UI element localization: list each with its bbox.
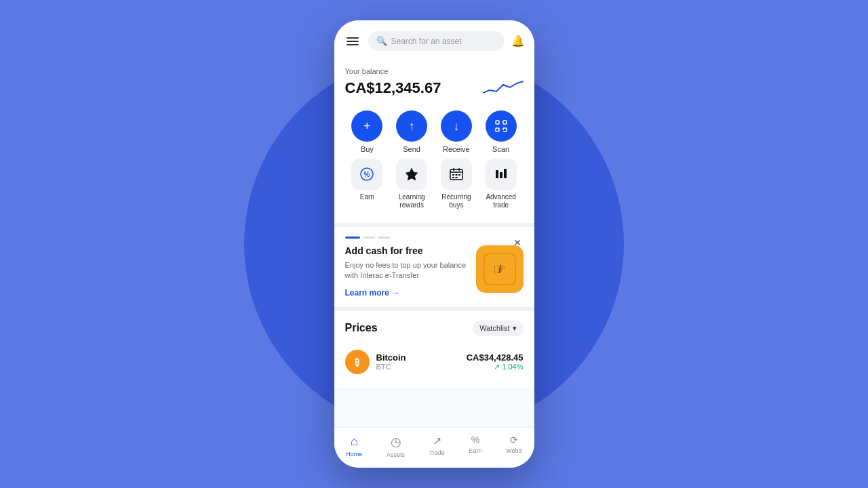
earn-nav-label: Earn xyxy=(469,447,482,454)
bitcoin-info: Bitcoin BTC xyxy=(376,352,460,371)
promo-title: Add cash for free xyxy=(345,245,469,256)
home-icon: ⌂ xyxy=(351,434,358,449)
balance-amount: CA$12,345.67 xyxy=(345,79,441,97)
send-action[interactable]: ↑ Send xyxy=(391,110,432,153)
actions-row-2: % Earn Learning rewards xyxy=(345,159,524,209)
bitcoin-row[interactable]: ₿ Bitcoin BTC CA$34,428.45 ↗ 1.04% xyxy=(345,346,524,378)
promo-pagination xyxy=(345,237,524,239)
nav-earn[interactable]: % Earn xyxy=(464,433,488,460)
menu-button[interactable] xyxy=(344,35,361,48)
interac-logo: i ☞ xyxy=(476,245,524,293)
nav-home[interactable]: ⌂ Home xyxy=(340,433,368,460)
trade-icon: ↗ xyxy=(433,434,441,447)
svg-rect-19 xyxy=(496,170,498,178)
phone-frame: 🔍 Search for an asset 🔔 Your balance CA$… xyxy=(334,20,534,468)
promo-description: Enjoy no fees to top up your balance wit… xyxy=(345,260,469,281)
receive-icon: ↓ xyxy=(441,110,472,142)
bitcoin-icon: ₿ xyxy=(345,350,370,374)
balance-section: Your balance CA$12,345.67 xyxy=(334,58,534,105)
app-header: 🔍 Search for an asset 🔔 xyxy=(334,20,534,58)
web3-label: Web3 xyxy=(506,447,521,454)
interac-inner: i ☞ xyxy=(484,253,516,285)
bitcoin-change: ↗ 1.04% xyxy=(467,363,524,371)
bitcoin-name: Bitcoin xyxy=(376,352,460,363)
advanced-trade-action[interactable]: Advanced trade xyxy=(481,159,521,209)
buy-label: Buy xyxy=(361,145,374,153)
advanced-trade-label: Advanced trade xyxy=(481,193,521,209)
learning-rewards-icon xyxy=(396,159,427,190)
bottom-navigation: ⌂ Home ◷ Assets ↗ Trade % Earn ⟳ Web3 xyxy=(334,427,534,468)
promo-learn-more-link[interactable]: Learn more → xyxy=(345,288,469,298)
svg-rect-21 xyxy=(504,169,507,178)
prices-header: Prices Watchlist ▾ xyxy=(345,321,524,336)
bitcoin-ticker: BTC xyxy=(376,363,460,371)
promo-link-text: Learn more xyxy=(345,288,389,298)
scan-action[interactable]: Scan xyxy=(481,110,521,153)
notifications-button[interactable]: 🔔 xyxy=(511,35,525,47)
earn-nav-icon: % xyxy=(471,434,479,445)
send-icon: ↑ xyxy=(396,110,427,142)
svg-rect-14 xyxy=(452,174,454,176)
bitcoin-price: CA$34,428.45 xyxy=(467,352,524,363)
promo-dot-2 xyxy=(363,237,375,239)
trade-label: Trade xyxy=(429,449,445,456)
svg-rect-18 xyxy=(455,177,457,178)
nav-assets[interactable]: ◷ Assets xyxy=(381,433,410,460)
assets-icon: ◷ xyxy=(391,434,401,449)
svg-text:%: % xyxy=(364,171,370,178)
scan-icon xyxy=(486,110,517,142)
send-label: Send xyxy=(403,145,420,153)
bitcoin-price-col: CA$34,428.45 ↗ 1.04% xyxy=(467,352,524,371)
learning-rewards-label: Learning rewards xyxy=(391,193,432,209)
promo-content: Add cash for free Enjoy no fees to top u… xyxy=(345,245,524,298)
receive-label: Receive xyxy=(443,145,470,153)
promo-text: Add cash for free Enjoy no fees to top u… xyxy=(345,245,469,298)
watchlist-chevron-icon: ▾ xyxy=(513,324,517,333)
balance-row: CA$12,345.67 xyxy=(345,78,524,98)
buy-icon: + xyxy=(351,110,382,142)
actions-row-1: + Buy ↑ Send ↓ Receive xyxy=(345,110,524,153)
search-placeholder: Search for an asset xyxy=(391,37,462,46)
assets-label: Assets xyxy=(387,451,405,458)
svg-marker-9 xyxy=(406,168,418,180)
promo-dot-3 xyxy=(378,237,390,239)
earn-action[interactable]: % Earn xyxy=(347,159,387,209)
learning-rewards-action[interactable]: Learning rewards xyxy=(391,159,432,209)
earn-icon: % xyxy=(351,159,382,190)
buy-action[interactable]: + Buy xyxy=(347,110,387,153)
nav-trade[interactable]: ↗ Trade xyxy=(424,433,450,460)
promo-dot-1 xyxy=(345,237,360,239)
promo-arrow-icon: → xyxy=(392,288,400,298)
svg-rect-15 xyxy=(455,174,457,176)
promo-card: ✕ Add cash for free Enjoy no fees to top… xyxy=(334,227,534,307)
advanced-trade-icon xyxy=(486,159,517,190)
search-icon: 🔍 xyxy=(376,36,387,46)
svg-rect-16 xyxy=(458,174,460,176)
svg-rect-17 xyxy=(452,177,454,178)
search-bar[interactable]: 🔍 Search for an asset xyxy=(368,31,505,51)
recurring-buys-action[interactable]: Recurring buys xyxy=(436,159,477,209)
balance-label: Your balance xyxy=(345,67,524,75)
svg-text:☞: ☞ xyxy=(493,261,507,278)
watchlist-label: Watchlist xyxy=(479,324,509,332)
svg-rect-2 xyxy=(496,128,499,131)
prices-title: Prices xyxy=(345,322,378,334)
balance-chart xyxy=(483,78,524,98)
svg-rect-1 xyxy=(503,121,507,124)
scan-label: Scan xyxy=(492,145,509,153)
scrollable-content: Your balance CA$12,345.67 + Buy ↑ Send xyxy=(334,58,534,427)
recurring-buys-icon xyxy=(441,159,472,190)
earn-label: Earn xyxy=(360,193,374,201)
recurring-buys-label: Recurring buys xyxy=(436,193,477,209)
web3-icon: ⟳ xyxy=(510,434,518,445)
svg-rect-0 xyxy=(496,121,499,124)
quick-actions: + Buy ↑ Send ↓ Receive xyxy=(334,105,534,223)
svg-rect-20 xyxy=(500,172,502,178)
watchlist-button[interactable]: Watchlist ▾ xyxy=(473,321,523,336)
nav-web3[interactable]: ⟳ Web3 xyxy=(500,433,527,460)
prices-section: Prices Watchlist ▾ ₿ Bitcoin BTC CA$34,4… xyxy=(334,311,534,388)
home-label: Home xyxy=(346,451,362,458)
receive-action[interactable]: ↓ Receive xyxy=(436,110,477,153)
